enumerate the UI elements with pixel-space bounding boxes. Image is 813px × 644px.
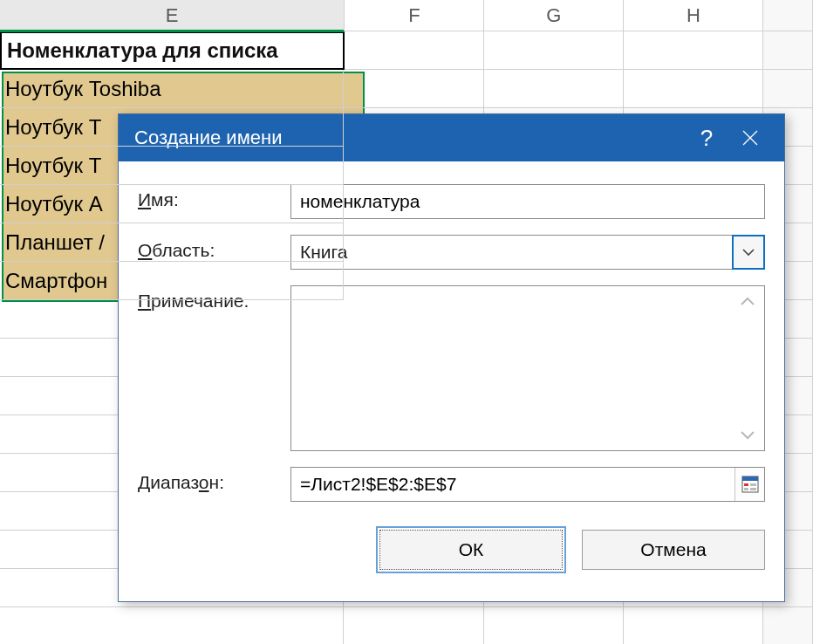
- cell[interactable]: [484, 70, 624, 108]
- chevron-up-icon: [740, 296, 755, 306]
- chevron-down-icon: [741, 248, 755, 257]
- column-header-e[interactable]: E: [0, 0, 345, 31]
- name-input[interactable]: [290, 184, 765, 219]
- cell[interactable]: [344, 607, 483, 644]
- chevron-down-icon: [740, 430, 755, 441]
- cell[interactable]: [0, 607, 344, 644]
- scope-combo[interactable]: Книга: [290, 235, 765, 270]
- cell[interactable]: [344, 70, 483, 108]
- svg-rect-4: [744, 483, 748, 486]
- list-item[interactable]: Ноутбук A: [0, 185, 344, 223]
- column-header-h[interactable]: H: [624, 0, 763, 31]
- range-label: Диапазон:: [138, 467, 290, 493]
- note-textarea[interactable]: [290, 285, 765, 451]
- column-headers: E F G H: [0, 0, 813, 31]
- ok-button[interactable]: ОК: [379, 530, 563, 570]
- scope-value: Книга: [290, 235, 732, 270]
- column-header-g[interactable]: G: [484, 0, 624, 31]
- cell[interactable]: [763, 70, 813, 108]
- table-header-cell[interactable]: Номенклатура для списка: [0, 31, 345, 70]
- cell[interactable]: [624, 607, 763, 644]
- range-row: Диапазон:: [138, 467, 765, 502]
- cancel-button[interactable]: Отмена: [582, 530, 765, 570]
- list-item[interactable]: Ноутбук T: [0, 108, 344, 147]
- svg-rect-5: [750, 483, 756, 486]
- svg-rect-3: [742, 476, 758, 481]
- list-item[interactable]: Планшет /: [0, 223, 344, 262]
- cell[interactable]: [763, 607, 813, 644]
- cell[interactable]: [624, 70, 763, 108]
- close-button[interactable]: [728, 114, 772, 161]
- list-item[interactable]: Ноутбук Toshiba: [0, 70, 344, 108]
- svg-rect-6: [744, 488, 748, 490]
- note-row: Примечание.: [138, 285, 765, 451]
- cell[interactable]: [484, 31, 624, 70]
- range-picker-button[interactable]: [734, 468, 764, 501]
- cell[interactable]: [345, 31, 484, 70]
- column-header-blank: [763, 0, 813, 31]
- cell[interactable]: [624, 31, 763, 70]
- range-picker-icon: [741, 475, 760, 494]
- dialog-buttons: ОК Отмена: [138, 517, 765, 570]
- cell[interactable]: [484, 607, 624, 644]
- scroll-up-button[interactable]: [734, 290, 761, 312]
- close-icon: [741, 128, 760, 147]
- list-item[interactable]: Смартфон: [0, 262, 344, 300]
- help-button[interactable]: ?: [685, 114, 728, 161]
- svg-rect-7: [750, 488, 756, 490]
- column-header-f[interactable]: F: [345, 0, 484, 31]
- list-item[interactable]: Ноутбук T: [0, 147, 344, 185]
- range-input[interactable]: [291, 468, 734, 501]
- range-input-wrap: [290, 467, 765, 502]
- cell[interactable]: [763, 31, 813, 70]
- scroll-down-button[interactable]: [734, 424, 761, 447]
- scope-dropdown-button[interactable]: [732, 235, 765, 270]
